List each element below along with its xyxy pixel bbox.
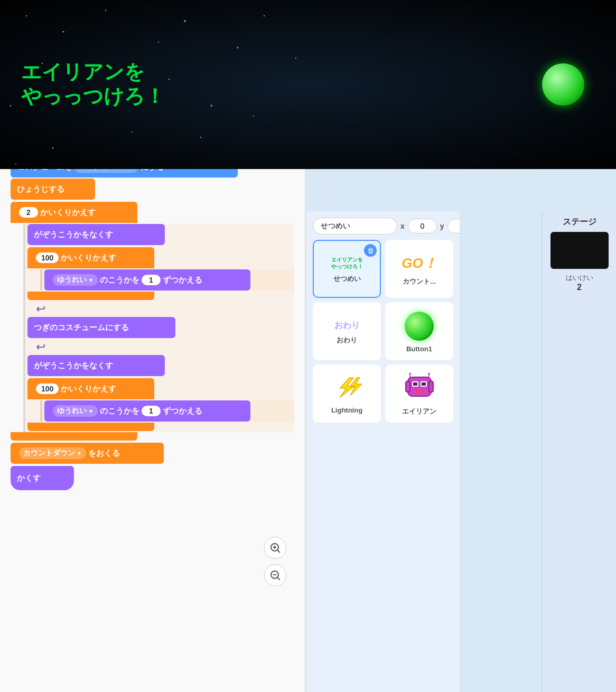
svg-line-9 [277,550,280,553]
next-costume-block[interactable]: つぎのコスチュームにする [27,317,175,338]
stage-section: ステージ はいけい 2 [542,211,616,692]
repeat2-count[interactable]: 2 [19,207,38,218]
zoom-controls [264,537,286,586]
lightning-preview [327,373,367,404]
svg-point-24 [132,132,133,133]
x-coord-label: x [400,222,405,230]
sprite-card-lightning[interactable]: Lightning [313,364,381,423]
ghost-dropdown-value2: ゆうれい [57,406,87,416]
svg-point-16 [158,42,159,43]
ghost-input2[interactable]: 1 [142,406,161,416]
sprites-panel: x y 🗑 エイリアンをやっつけろ！ せつめい GO！ カウント... おわり … [306,211,460,692]
svg-point-19 [237,47,239,49]
button1-preview [405,312,434,341]
stage-title: エイリアンを やっっつけろ！ [21,60,165,108]
ghost-input1[interactable]: 1 [142,275,161,285]
next-costume-text: つぎのコスチュームにする [34,323,129,333]
owari-preview: おわり [332,318,362,333]
repeat100-loop1: 100 かいくりかえす ゆうれい ▼ のこうかを 1 ずつかえる [27,247,294,301]
stage-title-line1: エイリアンを [21,60,165,85]
count-label: カウント... [403,277,436,286]
button1-label: Button1 [406,345,432,353]
svg-point-47 [428,373,430,375]
svg-point-27 [52,147,54,149]
svg-rect-33 [408,377,431,396]
stage-section-label: ステージ [563,217,596,228]
broadcast-dropdown-arrow: ▼ [77,451,82,456]
alien-preview [402,371,437,405]
svg-point-13 [26,15,27,16]
repeat100-count2[interactable]: 100 [36,384,59,394]
alien-label: エイリアン [402,407,436,416]
svg-rect-34 [406,381,410,392]
svg-point-15 [105,10,106,11]
repeat2-header[interactable]: 2 かいくりかえす [11,202,137,223]
svg-rect-35 [429,381,433,392]
owari-label: おわり [337,335,357,345]
zoom-in-button[interactable] [264,537,286,559]
stage-canvas: エイリアンを やっっつけろ！ [0,0,616,169]
repeat100-cap2 [27,423,154,431]
svg-point-29 [253,116,254,117]
stage-bg-count: 2 [577,283,582,292]
ghost-effect-block2[interactable]: ゆうれい ▼ のこうかを 1 ずつかえる [44,400,250,422]
ghost-arrow1: ▼ [88,277,94,283]
ghost-text1b: ずつかえる [163,275,202,285]
sprite-controls-row: x y [313,218,453,235]
clear-effect-block1[interactable]: がぞうこうかをなくす [27,224,165,245]
sprite-card-alien[interactable]: エイリアン [385,364,453,423]
stage-title-line2: やっっつけろ！ [21,85,165,109]
svg-point-21 [295,58,296,59]
stage-thumbnail[interactable] [550,232,609,269]
sprite-card-setsumei[interactable]: 🗑 エイリアンをやっつけろ！ せつめい [313,240,381,298]
svg-point-14 [63,31,64,33]
show-block[interactable]: ひょうじする [11,179,95,200]
delete-setsumei-btn[interactable]: 🗑 [364,244,377,257]
show-text: ひょうじする [17,184,64,194]
setsumei-preview: エイリアンをやっつけろ！ [329,254,365,272]
broadcast-block[interactable]: カウントダウン ▼ をおくる [11,443,164,464]
svg-rect-38 [413,382,417,386]
broadcast-dropdown-value: カウントダウン [23,448,75,458]
sprite-card-owari[interactable]: おわり おわり [313,302,381,360]
repeat2-text: かいくりかえす [40,208,96,218]
clear-effect-text1: がぞうこうかをなくす [34,230,113,240]
bend-arrow1: ↩ [36,302,294,316]
lightning-label: Lightning [331,406,362,414]
stage-ball-sprite [542,63,584,106]
count-preview: GO！ [399,252,438,275]
svg-point-20 [264,15,265,16]
svg-point-30 [15,163,16,164]
repeat100-text2: かいくりかえす [61,384,116,394]
hide-text: かくす [17,473,41,483]
svg-point-25 [210,105,212,107]
repeat100-header1[interactable]: 100 かいくりかえす [27,247,154,268]
zoom-out-button[interactable] [264,564,286,586]
svg-point-46 [409,373,411,375]
svg-point-17 [184,20,186,22]
alien-svg [404,373,435,400]
y-coord-input[interactable] [447,219,460,233]
broadcast-dropdown[interactable]: カウントダウン ▼ [19,447,86,459]
ghost-effect-block1[interactable]: ゆうれい ▼ のこうかを 1 ずつかえる [44,269,250,291]
svg-point-26 [200,137,201,138]
ghost-text1: のこうかを [100,275,139,285]
clear-effect-block2[interactable]: がぞうこうかをなくす [27,355,165,376]
sprite-card-button1[interactable]: Button1 [385,302,453,360]
sprite-card-count[interactable]: GO！ カウント... [385,240,453,298]
svg-rect-39 [422,382,426,386]
ghost-dropdown2[interactable]: ゆうれい ▼ [53,405,98,417]
hide-block[interactable]: かくす [11,466,74,490]
svg-marker-31 [340,378,354,398]
clear-effect-text2: がぞうこうかをなくす [34,361,113,371]
svg-line-12 [277,577,280,580]
svg-point-28 [169,79,170,80]
repeat100-header2[interactable]: 100 かいくりかえす [27,378,154,399]
sprite-search-input[interactable] [313,218,397,235]
ghost-dropdown-value1: ゆうれい [57,275,87,285]
bend-arrow2: ↩ [36,340,294,354]
ghost-dropdown1[interactable]: ゆうれい ▼ [53,274,98,286]
x-coord-input[interactable] [408,219,437,233]
repeat100-count1[interactable]: 100 [36,253,59,263]
setsumei-label: せつめい [333,274,361,284]
